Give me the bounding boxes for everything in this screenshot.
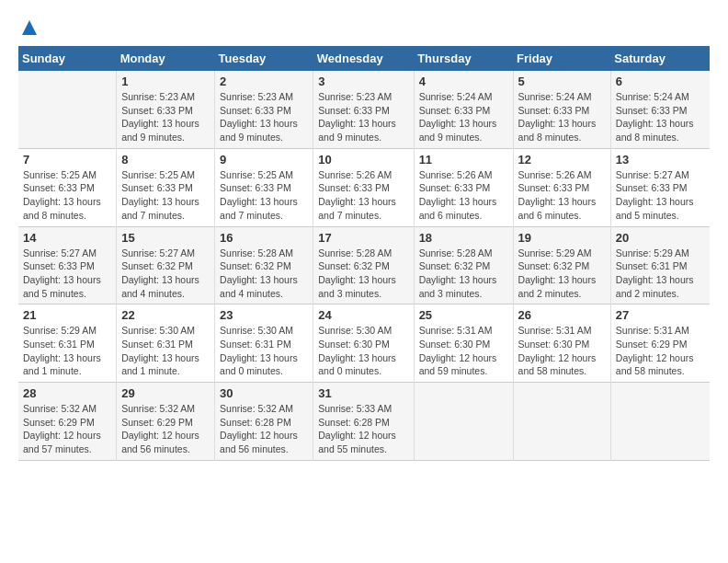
calendar-cell: 26Sunrise: 5:31 AM Sunset: 6:30 PM Dayli… — [513, 304, 610, 383]
day-info: Sunrise: 5:26 AM Sunset: 6:33 PM Dayligh… — [419, 168, 508, 223]
logo-icon — [20, 18, 39, 37]
calendar-cell: 10Sunrise: 5:26 AM Sunset: 6:33 PM Dayli… — [313, 148, 414, 226]
calendar-table: SundayMondayTuesdayWednesdayThursdayFrid… — [18, 46, 710, 461]
calendar-cell — [18, 71, 117, 148]
calendar-cell: 25Sunrise: 5:31 AM Sunset: 6:30 PM Dayli… — [414, 304, 513, 383]
column-header-saturday: Saturday — [610, 46, 710, 71]
day-info: Sunrise: 5:24 AM Sunset: 6:33 PM Dayligh… — [419, 90, 508, 144]
day-info: Sunrise: 5:31 AM Sunset: 6:30 PM Dayligh… — [419, 324, 508, 378]
column-header-sunday: Sunday — [18, 46, 117, 71]
calendar-cell: 29Sunrise: 5:32 AM Sunset: 6:29 PM Dayli… — [117, 383, 215, 461]
day-info: Sunrise: 5:24 AM Sunset: 6:33 PM Dayligh… — [616, 90, 705, 144]
day-number: 17 — [318, 231, 408, 245]
calendar-cell: 9Sunrise: 5:25 AM Sunset: 6:33 PM Daylig… — [215, 148, 313, 226]
day-info: Sunrise: 5:32 AM Sunset: 6:29 PM Dayligh… — [23, 402, 111, 456]
calendar-cell: 11Sunrise: 5:26 AM Sunset: 6:33 PM Dayli… — [414, 148, 513, 226]
day-info: Sunrise: 5:26 AM Sunset: 6:33 PM Dayligh… — [318, 168, 408, 223]
day-info: Sunrise: 5:28 AM Sunset: 6:32 PM Dayligh… — [419, 247, 508, 301]
calendar-cell: 14Sunrise: 5:27 AM Sunset: 6:33 PM Dayli… — [18, 226, 117, 304]
day-number: 15 — [121, 231, 210, 245]
day-info: Sunrise: 5:28 AM Sunset: 6:32 PM Dayligh… — [220, 247, 308, 301]
calendar-cell: 6Sunrise: 5:24 AM Sunset: 6:33 PM Daylig… — [610, 71, 710, 148]
calendar-cell: 8Sunrise: 5:25 AM Sunset: 6:33 PM Daylig… — [117, 148, 215, 226]
day-info: Sunrise: 5:30 AM Sunset: 6:30 PM Dayligh… — [318, 324, 408, 378]
calendar-cell: 2Sunrise: 5:23 AM Sunset: 6:33 PM Daylig… — [215, 71, 313, 148]
day-number: 23 — [220, 308, 308, 322]
calendar-cell: 23Sunrise: 5:30 AM Sunset: 6:31 PM Dayli… — [215, 304, 313, 383]
day-info: Sunrise: 5:31 AM Sunset: 6:29 PM Dayligh… — [616, 324, 705, 378]
logo — [18, 18, 39, 37]
calendar-cell: 20Sunrise: 5:29 AM Sunset: 6:31 PM Dayli… — [610, 226, 710, 304]
day-number: 11 — [419, 153, 508, 167]
svg-marker-0 — [22, 20, 37, 35]
calendar-cell: 21Sunrise: 5:29 AM Sunset: 6:31 PM Dayli… — [18, 304, 117, 383]
day-number: 28 — [23, 386, 111, 400]
column-header-tuesday: Tuesday — [215, 46, 313, 71]
calendar-cell: 12Sunrise: 5:26 AM Sunset: 6:33 PM Dayli… — [513, 148, 610, 226]
day-number: 12 — [518, 153, 606, 167]
day-number: 20 — [616, 231, 705, 245]
day-number: 18 — [419, 231, 508, 245]
day-number: 27 — [616, 308, 705, 322]
page-header — [18, 18, 710, 37]
day-info: Sunrise: 5:30 AM Sunset: 6:31 PM Dayligh… — [121, 324, 210, 378]
day-info: Sunrise: 5:29 AM Sunset: 6:31 PM Dayligh… — [616, 247, 705, 301]
day-number: 4 — [419, 75, 508, 88]
day-number: 8 — [121, 153, 210, 167]
day-number: 30 — [220, 386, 308, 400]
calendar-cell: 4Sunrise: 5:24 AM Sunset: 6:33 PM Daylig… — [414, 71, 513, 148]
calendar-cell: 3Sunrise: 5:23 AM Sunset: 6:33 PM Daylig… — [313, 71, 414, 148]
calendar-cell — [610, 383, 710, 461]
calendar-cell — [513, 383, 610, 461]
calendar-cell: 24Sunrise: 5:30 AM Sunset: 6:30 PM Dayli… — [313, 304, 414, 383]
day-number: 1 — [121, 75, 210, 88]
day-info: Sunrise: 5:26 AM Sunset: 6:33 PM Dayligh… — [518, 168, 606, 223]
calendar-cell: 16Sunrise: 5:28 AM Sunset: 6:32 PM Dayli… — [215, 226, 313, 304]
day-info: Sunrise: 5:27 AM Sunset: 6:33 PM Dayligh… — [616, 168, 705, 223]
calendar-cell: 15Sunrise: 5:27 AM Sunset: 6:32 PM Dayli… — [117, 226, 215, 304]
day-number: 31 — [318, 386, 408, 400]
day-number: 2 — [220, 75, 308, 88]
calendar-week-row: 21Sunrise: 5:29 AM Sunset: 6:31 PM Dayli… — [18, 304, 710, 383]
calendar-cell: 30Sunrise: 5:32 AM Sunset: 6:28 PM Dayli… — [215, 383, 313, 461]
calendar-cell: 31Sunrise: 5:33 AM Sunset: 6:28 PM Dayli… — [313, 383, 414, 461]
day-number: 29 — [121, 386, 210, 400]
day-info: Sunrise: 5:25 AM Sunset: 6:33 PM Dayligh… — [121, 168, 210, 223]
day-number: 5 — [518, 75, 606, 88]
day-number: 14 — [23, 231, 111, 245]
calendar-cell: 17Sunrise: 5:28 AM Sunset: 6:32 PM Dayli… — [313, 226, 414, 304]
calendar-week-row: 14Sunrise: 5:27 AM Sunset: 6:33 PM Dayli… — [18, 226, 710, 304]
day-info: Sunrise: 5:23 AM Sunset: 6:33 PM Dayligh… — [121, 90, 210, 144]
day-number: 24 — [318, 308, 408, 322]
day-info: Sunrise: 5:30 AM Sunset: 6:31 PM Dayligh… — [220, 324, 308, 378]
column-header-monday: Monday — [117, 46, 215, 71]
day-number: 10 — [318, 153, 408, 167]
calendar-cell: 5Sunrise: 5:24 AM Sunset: 6:33 PM Daylig… — [513, 71, 610, 148]
day-number: 13 — [616, 153, 705, 167]
day-number: 22 — [121, 308, 210, 322]
day-info: Sunrise: 5:32 AM Sunset: 6:29 PM Dayligh… — [121, 402, 210, 456]
day-info: Sunrise: 5:23 AM Sunset: 6:33 PM Dayligh… — [220, 90, 308, 144]
day-info: Sunrise: 5:24 AM Sunset: 6:33 PM Dayligh… — [518, 90, 606, 144]
day-number: 7 — [23, 153, 111, 167]
column-header-friday: Friday — [513, 46, 610, 71]
day-info: Sunrise: 5:23 AM Sunset: 6:33 PM Dayligh… — [318, 90, 408, 144]
calendar-cell: 1Sunrise: 5:23 AM Sunset: 6:33 PM Daylig… — [117, 71, 215, 148]
calendar-cell — [414, 383, 513, 461]
day-number: 26 — [518, 308, 606, 322]
column-header-thursday: Thursday — [414, 46, 513, 71]
day-info: Sunrise: 5:31 AM Sunset: 6:30 PM Dayligh… — [518, 324, 606, 378]
calendar-week-row: 1Sunrise: 5:23 AM Sunset: 6:33 PM Daylig… — [18, 71, 710, 148]
calendar-cell: 22Sunrise: 5:30 AM Sunset: 6:31 PM Dayli… — [117, 304, 215, 383]
calendar-cell: 28Sunrise: 5:32 AM Sunset: 6:29 PM Dayli… — [18, 383, 117, 461]
calendar-cell: 19Sunrise: 5:29 AM Sunset: 6:32 PM Dayli… — [513, 226, 610, 304]
calendar-week-row: 28Sunrise: 5:32 AM Sunset: 6:29 PM Dayli… — [18, 383, 710, 461]
day-info: Sunrise: 5:29 AM Sunset: 6:32 PM Dayligh… — [518, 247, 606, 301]
calendar-cell: 18Sunrise: 5:28 AM Sunset: 6:32 PM Dayli… — [414, 226, 513, 304]
day-number: 25 — [419, 308, 508, 322]
day-number: 19 — [518, 231, 606, 245]
column-header-wednesday: Wednesday — [313, 46, 414, 71]
day-info: Sunrise: 5:25 AM Sunset: 6:33 PM Dayligh… — [220, 168, 308, 223]
day-info: Sunrise: 5:32 AM Sunset: 6:28 PM Dayligh… — [220, 402, 308, 456]
calendar-header-row: SundayMondayTuesdayWednesdayThursdayFrid… — [18, 46, 710, 71]
